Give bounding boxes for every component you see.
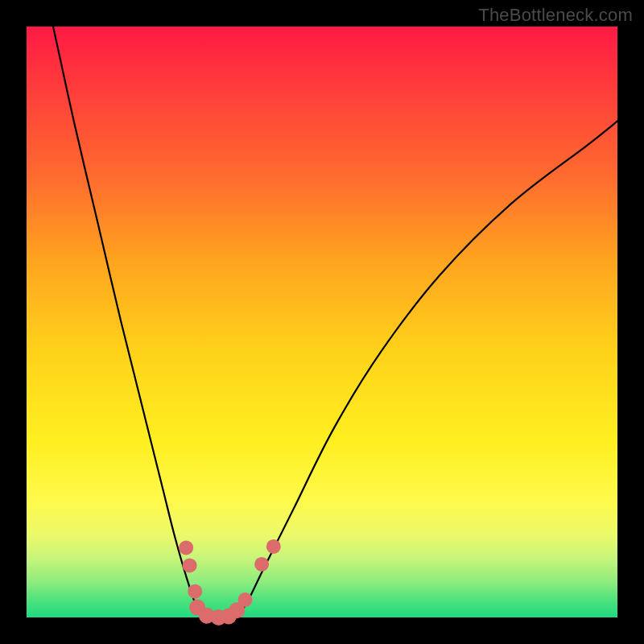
curve-right-curve (233, 121, 617, 617)
curve-left-curve (53, 27, 204, 617)
left-dot-3 (188, 584, 202, 599)
right-dot-4 (266, 539, 281, 554)
left-dot-2 (183, 558, 197, 572)
chart-svg (0, 0, 644, 644)
left-dot-1 (179, 540, 193, 555)
markers-group (179, 539, 281, 625)
right-dot-3 (254, 557, 269, 572)
curves-group (53, 27, 617, 617)
right-dot-2 (238, 592, 253, 607)
